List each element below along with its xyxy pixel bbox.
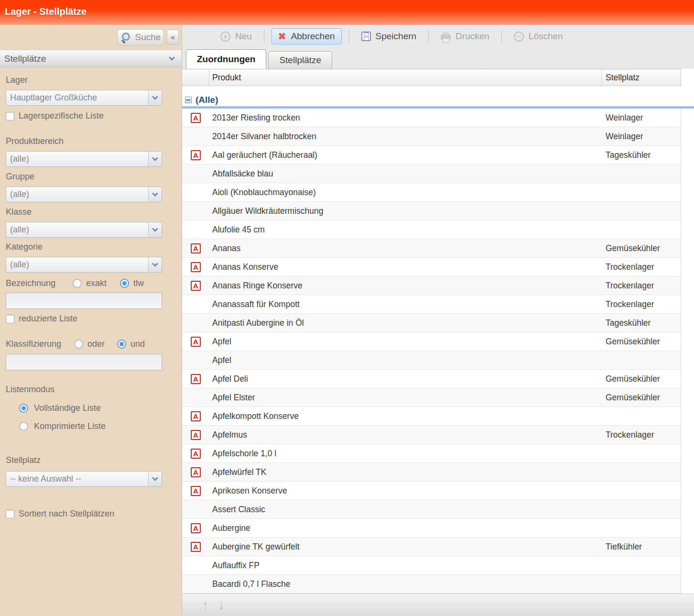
produktbereich-select[interactable]: (alle) bbox=[6, 151, 162, 167]
vollstaendige-liste-radio[interactable] bbox=[19, 404, 28, 413]
table-row[interactable]: A Apfel Deli Gemüsekühler bbox=[182, 370, 681, 388]
table-row[interactable]: A Apfelkompott Konserve bbox=[182, 407, 681, 426]
table-row[interactable]: Abfallsäcke blau bbox=[182, 165, 681, 183]
bezeichnung-input[interactable] bbox=[6, 293, 162, 309]
allergen-flag-icon: A bbox=[191, 281, 201, 291]
table-row[interactable]: A Ananas Konserve Trockenlager bbox=[182, 258, 681, 276]
chevron-down-icon bbox=[169, 55, 175, 61]
allergen-flag-icon: A bbox=[191, 374, 201, 384]
table-row[interactable]: A Aubergine bbox=[182, 519, 681, 538]
table-row[interactable]: Allgäuer Wildkräutermischung bbox=[182, 202, 681, 220]
stellplatz-select[interactable]: -- keine Auswahl -- bbox=[6, 471, 162, 487]
produkt-cell: Ananassaft für Kompott bbox=[209, 299, 602, 309]
table-row[interactable]: A Ananas Ringe Konserve Trockenlager bbox=[182, 276, 681, 295]
stellplatz-cell: Tiefkühler bbox=[602, 542, 681, 552]
lagerspezifische-checkbox[interactable] bbox=[6, 112, 14, 121]
search-button-label: Suche bbox=[135, 32, 161, 43]
toolbar-separator bbox=[349, 30, 349, 43]
search-icon bbox=[120, 32, 131, 43]
produkt-cell: Alufolie 45 cm bbox=[209, 225, 602, 235]
chevron-down-icon bbox=[152, 155, 158, 161]
main-panel: + Neu ✖ Abbrechen Speichern Drucken − Lö… bbox=[182, 25, 694, 616]
tab-zuordnungen[interactable]: Zuordnungen bbox=[186, 49, 266, 69]
stellplatz-cell: Tageskühler bbox=[602, 150, 681, 160]
loeschen-button[interactable]: − Löschen bbox=[509, 29, 568, 44]
produkt-cell: Apfel Deli bbox=[209, 374, 602, 384]
toolbar: + Neu ✖ Abbrechen Speichern Drucken − Lö… bbox=[182, 25, 694, 48]
reduzierte-liste-label: reduzierte Liste bbox=[19, 314, 77, 324]
collapse-group-icon[interactable] bbox=[185, 97, 192, 103]
table-row[interactable]: Assert Classic bbox=[182, 500, 681, 519]
table-row[interactable]: Aioli (Knoblauchmayonaise) bbox=[182, 183, 681, 202]
klassifizierung-oder-label: oder bbox=[87, 339, 105, 349]
table-row[interactable]: Apfel Elster Gemüsekühler bbox=[182, 388, 681, 407]
produkt-cell: Anitpasti Aubergine in Öl bbox=[209, 318, 602, 328]
table-row[interactable]: A Apfel Gemüsekühler bbox=[182, 332, 681, 351]
kategorie-select[interactable]: (alle) bbox=[6, 257, 162, 273]
vollstaendige-liste-label: Vollständige Liste bbox=[34, 403, 101, 413]
gruppe-label: Gruppe bbox=[6, 172, 182, 182]
stellplatz-column-header[interactable]: Stellplatz bbox=[602, 69, 681, 86]
sidebar-panel-header[interactable]: Stellplätze bbox=[0, 50, 182, 67]
produkt-cell: Aioli (Knoblauchmayonaise) bbox=[209, 187, 602, 198]
abbrechen-button[interactable]: ✖ Abbrechen bbox=[271, 28, 342, 44]
produkt-cell: 2013er Riesling trocken bbox=[209, 113, 602, 123]
stellplatz-cell: Gemüsekühler bbox=[602, 393, 681, 403]
flag-column-header bbox=[182, 69, 209, 86]
klassifizierung-oder-radio[interactable] bbox=[74, 340, 83, 349]
scroll-down-icon[interactable]: ↓ bbox=[218, 599, 225, 612]
produkt-column-header[interactable]: Produkt bbox=[209, 69, 602, 86]
table-body: A 2013er Riesling trocken Weinlager 2014… bbox=[182, 109, 681, 594]
lager-select[interactable]: Hauptlager Großküche bbox=[6, 90, 162, 106]
table-row[interactable]: A 2013er Riesling trocken Weinlager bbox=[182, 109, 681, 127]
stellplatz-cell: Tageskühler bbox=[602, 318, 681, 328]
gruppe-select[interactable]: (alle) bbox=[6, 187, 162, 202]
chevron-down-icon bbox=[152, 190, 158, 197]
neu-button[interactable]: + Neu bbox=[216, 29, 257, 44]
table-row[interactable]: A Apfelmus Trockenlager bbox=[182, 426, 681, 444]
bezeichnung-exakt-radio[interactable] bbox=[73, 279, 82, 288]
allergen-flag-icon: A bbox=[191, 411, 201, 421]
sidebar-panel-title: Stellplätze bbox=[4, 54, 46, 64]
bezeichnung-tlw-radio[interactable] bbox=[120, 279, 129, 288]
allergen-flag-icon: A bbox=[191, 262, 201, 272]
komprimierte-liste-radio[interactable] bbox=[19, 422, 28, 431]
klasse-label: Klasse bbox=[6, 207, 182, 217]
scroll-up-icon[interactable]: ↑ bbox=[202, 599, 209, 612]
table-row[interactable]: Auflauffix FP bbox=[182, 556, 681, 575]
allergen-flag-icon: A bbox=[191, 243, 201, 253]
stellplatz-cell: Trockenlager bbox=[602, 299, 681, 309]
group-row-alle[interactable]: (Alle) bbox=[182, 93, 694, 106]
table-row[interactable]: 2014er Silvaner halbtrocken Weinlager bbox=[182, 127, 681, 146]
reduzierte-liste-checkbox[interactable] bbox=[6, 315, 14, 323]
klasse-select[interactable]: (alle) bbox=[6, 222, 162, 238]
sidebar-collapse-button[interactable]: « bbox=[167, 30, 179, 45]
table-row[interactable]: A Aprikosen Konserve bbox=[182, 482, 681, 500]
table-row[interactable]: Alufolie 45 cm bbox=[182, 220, 681, 239]
produkt-cell: Abfallsäcke blau bbox=[209, 169, 602, 179]
klassifizierung-und-radio[interactable] bbox=[117, 340, 126, 349]
toolbar-separator bbox=[501, 30, 502, 43]
klassifizierung-input[interactable] bbox=[6, 354, 162, 370]
table-row[interactable]: A Ananas Gemüsekühler bbox=[182, 239, 681, 258]
table-row[interactable]: A Apfelschorle 1,0 l bbox=[182, 444, 681, 463]
table-row[interactable]: Apfel bbox=[182, 351, 681, 370]
tab-stellplaetze[interactable]: Stellplätze bbox=[268, 51, 332, 69]
table-row[interactable]: Bacardi 0,7 l Flasche bbox=[182, 575, 681, 594]
floppy-disk-icon bbox=[361, 32, 371, 41]
produkt-cell: Apfelschorle 1,0 l bbox=[209, 449, 602, 459]
table-row[interactable]: Anitpasti Aubergine in Öl Tageskühler bbox=[182, 314, 681, 332]
search-button[interactable]: Suche bbox=[117, 29, 164, 46]
table-row[interactable]: A Apfelwürfel TK bbox=[182, 463, 681, 482]
table-row[interactable]: A Aal geräuchert (Räucheraal) Tageskühle… bbox=[182, 146, 681, 165]
klassifizierung-label: Klassifizierung bbox=[6, 339, 74, 349]
drucken-button[interactable]: Drucken bbox=[436, 29, 494, 44]
sortiert-label: Sortiert nach Stellplätzen bbox=[19, 509, 114, 519]
allergen-flag-icon: A bbox=[191, 486, 201, 496]
table-row[interactable]: A Aubergine TK gewürfelt Tiefkühler bbox=[182, 538, 681, 556]
allergen-flag-icon: A bbox=[191, 523, 201, 533]
speichern-button[interactable]: Speichern bbox=[357, 29, 422, 44]
table-row[interactable]: Ananassaft für Kompott Trockenlager bbox=[182, 295, 681, 314]
filter-sidebar: Suche « Stellplätze Lager Hauptlager Gro… bbox=[0, 25, 182, 616]
sortiert-checkbox[interactable] bbox=[6, 510, 14, 518]
